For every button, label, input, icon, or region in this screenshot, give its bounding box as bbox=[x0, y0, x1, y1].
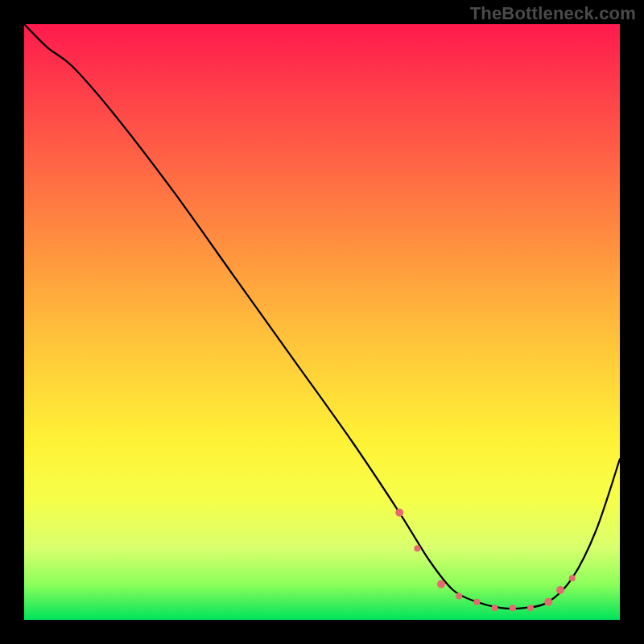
watermark-text: TheBottleneck.com bbox=[470, 3, 636, 24]
curve-marker bbox=[544, 598, 552, 606]
curve-marker bbox=[556, 586, 564, 594]
curve-marker bbox=[569, 575, 576, 581]
curve-marker bbox=[492, 605, 498, 611]
curve-svg bbox=[24, 24, 620, 620]
curve-marker bbox=[527, 605, 534, 611]
bottleneck-curve bbox=[24, 24, 620, 609]
curve-markers bbox=[395, 509, 576, 611]
curve-marker bbox=[473, 599, 480, 605]
curve-marker bbox=[437, 580, 445, 588]
curve-marker bbox=[456, 592, 462, 599]
plot-area bbox=[24, 24, 620, 620]
curve-marker bbox=[414, 545, 420, 551]
chart-frame: TheBottleneck.com bbox=[0, 0, 644, 644]
curve-marker bbox=[395, 509, 403, 517]
curve-marker bbox=[510, 605, 516, 611]
